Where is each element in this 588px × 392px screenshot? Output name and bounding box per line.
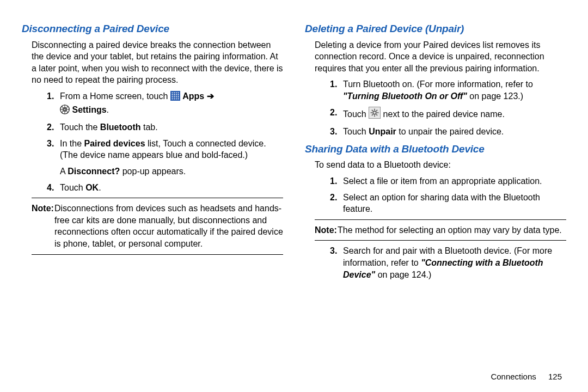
svg-point-6 [174, 94, 175, 95]
svg-point-3 [175, 92, 176, 93]
svg-point-8 [177, 94, 179, 95]
svg-line-24 [62, 111, 63, 112]
footer-section: Connections [491, 372, 536, 381]
right-column: Deleting a Paired Device (Unpair) Deleti… [305, 22, 566, 381]
heading-deleting: Deleting a Paired Device (Unpair) [305, 22, 566, 36]
step-1: From a Home screen, touch Apps ➔ Setting… [60, 90, 283, 117]
intro-deleting: Deleting a device from your Paired devic… [315, 39, 566, 75]
document-page: Disconnecting a Paired Device Disconnect… [0, 0, 588, 392]
svg-line-23 [67, 111, 68, 112]
svg-point-1 [171, 92, 173, 93]
svg-point-4 [177, 92, 179, 93]
steps-sharing-b: Search for and pair with a Bluetooth dev… [305, 245, 566, 280]
svg-line-25 [67, 106, 68, 107]
svg-point-13 [171, 98, 173, 99]
step-1: Turn Bluetooth on. (For more information… [343, 78, 566, 102]
svg-point-16 [177, 98, 179, 99]
divider [315, 240, 566, 241]
step-2: Touch next to the paired device name. [343, 107, 566, 122]
svg-point-2 [174, 92, 175, 93]
step-4: Touch OK. [60, 182, 283, 194]
note-disconnecting: Note: Disconnections from devices such a… [32, 203, 283, 249]
footer-page-number: 125 [548, 372, 562, 381]
settings-gear-icon [60, 105, 70, 118]
svg-rect-26 [369, 107, 381, 118]
heading-disconnecting: Disconnecting a Paired Device [22, 22, 283, 36]
apps-grid-icon [170, 91, 180, 104]
svg-point-11 [175, 96, 176, 97]
divider [32, 198, 283, 198]
heading-sharing: Sharing Data with a Bluetooth Device [305, 142, 566, 156]
steps-disconnecting: From a Home screen, touch Apps ➔ Setting… [22, 90, 283, 193]
intro-sharing: To send data to a Bluetooth device: [315, 159, 566, 171]
steps-deleting: Turn Bluetooth on. (For more information… [305, 78, 566, 137]
note-sharing: Note: The method for selecting an option… [315, 224, 566, 236]
svg-point-12 [177, 96, 179, 97]
svg-point-9 [171, 96, 173, 97]
step-3: In the Paired devices list, Touch a conn… [60, 138, 283, 177]
intro-disconnecting: Disconnecting a paired device breaks the… [32, 39, 283, 86]
step-1: Select a file or item from an appropriat… [343, 175, 566, 187]
divider [32, 254, 283, 255]
left-column: Disconnecting a Paired Device Disconnect… [22, 22, 283, 381]
step-2: Select an option for sharing data with t… [343, 192, 566, 215]
svg-point-7 [175, 94, 176, 95]
step-2: Touch the Bluetooth tab. [60, 121, 283, 133]
svg-point-15 [175, 98, 176, 99]
page-footer: Connections 125 [491, 371, 562, 382]
steps-sharing-a: Select a file or item from an appropriat… [305, 175, 566, 215]
svg-rect-0 [170, 91, 180, 101]
settings-square-icon [369, 107, 381, 122]
svg-point-5 [171, 94, 173, 95]
arrow-icon: ➔ [207, 91, 214, 101]
step-3: Touch Unpair to unpair the paired device… [343, 126, 566, 138]
step-3: Search for and pair with a Bluetooth dev… [343, 245, 566, 280]
divider [315, 219, 566, 220]
svg-point-10 [174, 96, 175, 97]
svg-point-14 [174, 98, 175, 99]
svg-line-22 [62, 106, 63, 107]
